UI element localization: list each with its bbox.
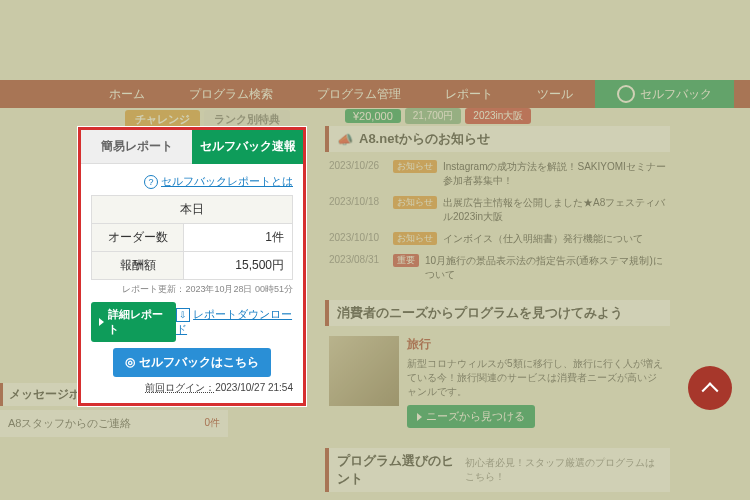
needs-item-title: 旅行 bbox=[407, 336, 666, 353]
nav-home[interactable]: ホーム bbox=[87, 80, 167, 108]
message-row[interactable]: A8スタッフからのご連絡 0件 bbox=[0, 410, 228, 437]
nav-tools[interactable]: ツール bbox=[515, 80, 595, 108]
orders-value: 1件 bbox=[184, 224, 293, 252]
help-link[interactable]: セルフバックレポートとは bbox=[91, 174, 293, 189]
nav-program-search[interactable]: プログラム検索 bbox=[167, 80, 295, 108]
download-report-link[interactable]: レポートダウンロード bbox=[176, 307, 293, 337]
needs-section: 消費者のニーズからプログラムを見つけてみよう 旅行 新型コロナウィルスが5類に移… bbox=[325, 300, 670, 434]
megaphone-icon: 📣 bbox=[337, 132, 353, 147]
news-section: 📣 A8.netからのお知らせ 2023/10/26 お知らせ Instagra… bbox=[325, 126, 670, 286]
detail-report-button[interactable]: 詳細レポート bbox=[91, 302, 176, 342]
update-timestamp: レポート更新：2023年10月28日 00時51分 bbox=[91, 283, 293, 296]
top-nav: ホーム プログラム検索 プログラム管理 レポート ツール セルフバック bbox=[0, 80, 750, 108]
needs-item-desc: 新型コロナウィルスが5類に移行し、旅行に行く人が増えている今！旅行関連のサービス… bbox=[407, 357, 666, 399]
goto-selfback-button[interactable]: セルフバックはこちら bbox=[113, 348, 271, 377]
amount-value: 15,500円 bbox=[184, 252, 293, 280]
price-badge-1: ¥20,000 bbox=[345, 109, 401, 123]
news-heading: 📣 A8.netからのお知らせ bbox=[325, 126, 670, 152]
price-badge-3: 2023in大阪 bbox=[465, 108, 531, 124]
news-item[interactable]: 2023/08/31 重要 10月施行の景品表示法の指定告示(通称ステマ規制)に… bbox=[325, 250, 670, 286]
needs-thumbnail bbox=[329, 336, 399, 406]
nav-program-manage[interactable]: プログラム管理 bbox=[295, 80, 423, 108]
find-by-needs-button[interactable]: ニーズから見つける bbox=[407, 405, 535, 428]
price-badge-2: 21,700円 bbox=[405, 108, 462, 124]
nav-report[interactable]: レポート bbox=[423, 80, 515, 108]
news-item[interactable]: 2023/10/26 お知らせ Instagramの成功方法を解説！SAKIYO… bbox=[325, 156, 670, 192]
table-header-today: 本日 bbox=[92, 196, 293, 224]
news-item[interactable]: 2023/10/10 お知らせ インボイス（仕入明細書）発行機能について bbox=[325, 228, 670, 250]
amount-label: 報酬額 bbox=[92, 252, 184, 280]
summary-table: 本日 オーダー数 1件 報酬額 15,500円 bbox=[91, 195, 293, 280]
tab-selfback-flash[interactable]: セルフバック速報 bbox=[192, 130, 303, 164]
report-panel: 簡易レポート セルフバック速報 セルフバックレポートとは 本日 オーダー数 1件… bbox=[78, 127, 306, 406]
news-item[interactable]: 2023/10/18 お知らせ 出展広告主情報を公開しました★A8フェスティバル… bbox=[325, 192, 670, 228]
scroll-to-top-button[interactable] bbox=[688, 366, 732, 410]
nav-selfback[interactable]: セルフバック bbox=[595, 80, 734, 108]
hint-section: プログラム選びのヒント 初心者必見！スタッフ厳選のプログラムはこちら！ bbox=[325, 448, 670, 492]
last-login: 前回ログイン：2023/10/27 21:54 bbox=[91, 381, 293, 395]
orders-label: オーダー数 bbox=[92, 224, 184, 252]
needs-heading: 消費者のニーズからプログラムを見つけてみよう bbox=[325, 300, 670, 326]
hint-heading: プログラム選びのヒント 初心者必見！スタッフ厳選のプログラムはこちら！ bbox=[325, 448, 670, 492]
tab-simple-report[interactable]: 簡易レポート bbox=[81, 130, 192, 164]
